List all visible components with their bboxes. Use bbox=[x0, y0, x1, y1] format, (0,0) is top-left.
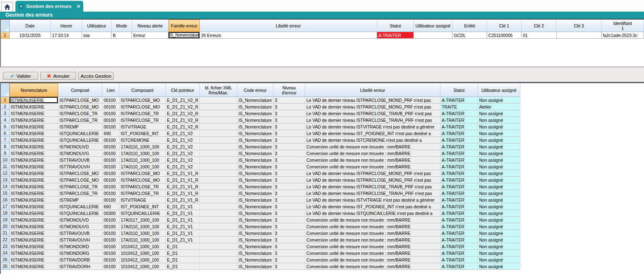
cell[interactable]: 3 bbox=[274, 237, 305, 243]
cell[interactable]: IS_Nomenclature bbox=[237, 243, 274, 250]
cell[interactable]: ISTMENUISERIE bbox=[10, 170, 58, 177]
cell[interactable]: ISTPARCLOSE_MO bbox=[119, 97, 166, 104]
column-header[interactable]: Composé bbox=[58, 83, 102, 97]
cell[interactable]: ISTPARCLOSE_MO bbox=[119, 177, 166, 183]
cell[interactable]: Conversion unité de mesure non trouvée :… bbox=[305, 217, 440, 223]
row-number[interactable]: 25 bbox=[1, 257, 10, 263]
row-number[interactable]: 22 bbox=[1, 237, 10, 243]
row-number[interactable]: 7 bbox=[1, 137, 10, 143]
column-header[interactable]: Niveau alerte bbox=[132, 20, 169, 32]
cell[interactable]: IS_Nomenclature bbox=[237, 263, 274, 270]
cell[interactable] bbox=[200, 197, 237, 203]
cell[interactable]: ISTTRAVDORB bbox=[58, 257, 102, 263]
cell[interactable]: ISTMENUISERIE bbox=[10, 117, 58, 123]
cell[interactable]: IS_Nomenclature bbox=[237, 210, 274, 217]
cell[interactable]: 17A0110_1000_100 bbox=[119, 230, 166, 237]
cell[interactable]: 3 bbox=[274, 170, 305, 177]
cell[interactable]: E_D1_Z1_V2_R bbox=[166, 123, 200, 130]
column-header[interactable]: Libellé erreur bbox=[200, 20, 377, 32]
cell[interactable]: 3 bbox=[274, 150, 305, 157]
cell[interactable]: E_D1_Z1_V2_R bbox=[166, 117, 200, 123]
cell[interactable]: E_D1 bbox=[166, 257, 200, 263]
cell[interactable] bbox=[200, 150, 237, 157]
column-header[interactable]: Clé pointeur bbox=[166, 83, 200, 97]
cell[interactable]: 690 bbox=[102, 130, 119, 137]
cell[interactable] bbox=[200, 237, 237, 243]
column-header[interactable]: Utilisateur assigné bbox=[478, 83, 520, 97]
cell[interactable]: 00100 bbox=[102, 183, 119, 190]
cell[interactable]: ISTMENUISERIE bbox=[10, 243, 58, 250]
cell[interactable]: ISTTRAVOUVH bbox=[58, 163, 102, 170]
column-header[interactable]: Mode bbox=[112, 20, 132, 32]
tab-gestion-des-erreurs[interactable]: ✕ Gestion des erreurs ✕ bbox=[15, 1, 83, 12]
cell[interactable]: Le VAD de dernier niveau IST_POIGNEE_INT… bbox=[305, 130, 440, 137]
cell[interactable]: 1010412_1000_100 bbox=[119, 243, 166, 250]
row-number[interactable]: 23 bbox=[1, 243, 10, 250]
cell[interactable]: ISTPARCLOSE_TR bbox=[119, 190, 166, 197]
cell[interactable]: ISTPARCLOSE_MO bbox=[58, 170, 102, 177]
cell[interactable]: C251100005 bbox=[487, 32, 522, 39]
cell[interactable]: 26 Erreurs bbox=[200, 32, 377, 39]
cell[interactable]: 17A0117_1000_100 bbox=[119, 217, 166, 223]
cell[interactable] bbox=[200, 263, 237, 270]
cell[interactable]: IS_Nomenclature bbox=[237, 117, 274, 123]
cell[interactable]: Le VAD de dernier niveau ISTPARCLOSE_MON… bbox=[305, 104, 440, 110]
column-header[interactable]: Date bbox=[10, 20, 51, 32]
cell[interactable]: TRAITE bbox=[440, 104, 478, 110]
cell[interactable]: ISTMONOUVG bbox=[58, 150, 102, 157]
cell[interactable]: ISTMONDORG bbox=[58, 250, 102, 257]
cell[interactable]: ISTTRAVOUVB bbox=[58, 230, 102, 237]
cell[interactable]: 17A0110_1000_100 bbox=[119, 237, 166, 243]
cell[interactable]: ISTMENUISERIE bbox=[10, 250, 58, 257]
cell[interactable]: Conversion unité de mesure non trouvée :… bbox=[305, 230, 440, 237]
row-number[interactable]: 2 bbox=[1, 104, 10, 110]
column-header[interactable]: Statut bbox=[440, 83, 478, 97]
cell[interactable]: Non assigné bbox=[478, 257, 520, 263]
cell[interactable]: ISTQUINCAILLERIE bbox=[58, 210, 102, 217]
column-header[interactable]: Entité bbox=[453, 20, 487, 32]
cell[interactable]: ISTMENUISERIE bbox=[10, 223, 58, 230]
cell[interactable]: E_D1_Z1_V1_R bbox=[166, 197, 200, 203]
cell[interactable]: ISTPARCLOSE_TR bbox=[58, 110, 102, 117]
cell[interactable]: 3 bbox=[274, 130, 305, 137]
cell[interactable]: IS_Nomenclature bbox=[237, 157, 274, 163]
cell[interactable]: A-TRAITER bbox=[440, 237, 478, 243]
cell[interactable]: Non assigné bbox=[478, 243, 520, 250]
cell[interactable]: 00100 bbox=[102, 223, 119, 230]
cell[interactable] bbox=[200, 157, 237, 163]
row-number[interactable]: 20 bbox=[1, 223, 10, 230]
cell[interactable]: 3 bbox=[274, 177, 305, 183]
cell[interactable]: A-TRAITER bbox=[440, 223, 478, 230]
cell[interactable]: ISTTRAVDORH bbox=[58, 263, 102, 270]
cell[interactable]: Non assigné bbox=[478, 163, 520, 170]
cell[interactable]: GCDL bbox=[453, 32, 487, 39]
cell[interactable]: Non assigné bbox=[478, 183, 520, 190]
cell[interactable]: ISTVITRAGE bbox=[119, 123, 166, 130]
cell[interactable]: Non assigné bbox=[478, 217, 520, 223]
cell[interactable] bbox=[200, 177, 237, 183]
cell[interactable]: IS_Nomenclature bbox=[237, 203, 274, 210]
cell[interactable]: E_D1_Z1_V2 bbox=[166, 137, 200, 143]
cell[interactable]: Erreur bbox=[132, 32, 169, 39]
cell[interactable]: A-TRAITER bbox=[440, 183, 478, 190]
cell[interactable]: 01 bbox=[522, 32, 557, 39]
cell[interactable]: ISTMENUISERIE bbox=[10, 110, 58, 117]
cell[interactable]: 00100 bbox=[102, 150, 119, 157]
cell[interactable]: IS_Nomenclature bbox=[237, 123, 274, 130]
cell[interactable]: A-TRAITER bbox=[440, 243, 478, 250]
select-all-corner[interactable] bbox=[1, 83, 10, 97]
column-header[interactable]: Niveau d'erreur bbox=[274, 83, 305, 97]
cell[interactable]: 3 bbox=[274, 203, 305, 210]
cell[interactable]: Non assigné bbox=[478, 123, 520, 130]
home-tab[interactable] bbox=[1, 2, 13, 12]
cell[interactable]: ISTMONDORD bbox=[58, 243, 102, 250]
cell[interactable] bbox=[200, 210, 237, 217]
cell[interactable]: A-TRAITER bbox=[440, 190, 478, 197]
cell[interactable]: 3 bbox=[274, 137, 305, 143]
cell[interactable]: IS_Nomenclature bbox=[237, 163, 274, 170]
cell[interactable]: ISTQUINCAILLERIE bbox=[58, 130, 102, 137]
cell[interactable]: E_D1_Z1_V2 bbox=[166, 150, 200, 157]
cell[interactable]: Conversion unité de mesure non trouvée :… bbox=[305, 250, 440, 257]
cell[interactable]: IST_POIGNEE_INT bbox=[119, 130, 166, 137]
cell[interactable]: Le VAD de dernier niveau ISTPARCLOSE_MON… bbox=[305, 97, 440, 104]
